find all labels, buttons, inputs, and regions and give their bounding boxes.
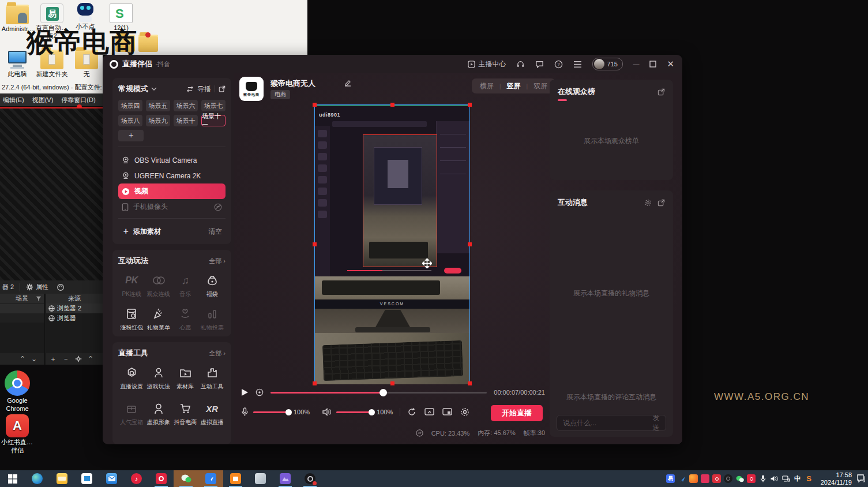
- progress-knob[interactable]: [379, 389, 387, 396]
- mic-icon[interactable]: [241, 407, 249, 417]
- tray-pointer-icon[interactable]: [678, 474, 686, 483]
- director-mode-button[interactable]: 导播: [197, 84, 211, 94]
- tray-yi-icon[interactable]: 易: [666, 474, 675, 483]
- tray-red-app-icon[interactable]: [701, 474, 709, 483]
- action-center-icon[interactable]: [856, 474, 866, 483]
- tool-interact-tools[interactable]: 互动工具: [199, 366, 226, 391]
- desktop-icon-folder-partial[interactable]: [138, 35, 158, 52]
- move-down-icon[interactable]: ⌄: [31, 355, 37, 363]
- tray-fox-icon[interactable]: [689, 474, 698, 483]
- tray-network-icon[interactable]: [781, 474, 790, 483]
- scene-chip[interactable]: 场景九: [146, 115, 170, 126]
- popout-icon[interactable]: [657, 88, 665, 96]
- scene-chip[interactable]: 场景七: [201, 100, 226, 111]
- headset-icon[interactable]: [516, 60, 525, 69]
- tray-live-companion-icon[interactable]: [747, 474, 756, 483]
- speaker-icon[interactable]: [322, 408, 332, 416]
- taskbar-netease-music[interactable]: ♪: [124, 470, 149, 487]
- obs-menu-view[interactable]: 视图(V): [32, 96, 54, 104]
- feedback-chat-icon[interactable]: [535, 60, 544, 69]
- obs-menu-edit[interactable]: 编辑(E): [3, 96, 24, 104]
- taskbar-obs[interactable]: [298, 470, 322, 487]
- mic-volume-slider[interactable]: [253, 411, 289, 413]
- tray-douyin-cam-icon[interactable]: [712, 474, 721, 483]
- remove-source-icon[interactable]: －: [62, 354, 69, 364]
- source-row-video-selected[interactable]: 视频: [118, 183, 226, 199]
- tray-ime-icon[interactable]: 中: [793, 474, 802, 483]
- scene-chip[interactable]: 场景四: [118, 100, 142, 111]
- resize-handle-e[interactable]: [468, 242, 472, 246]
- tools-all-link[interactable]: 全部 ›: [209, 349, 226, 358]
- obs-menu-docks[interactable]: 停靠窗口(D): [61, 96, 95, 104]
- interact-audience-link[interactable]: 观众连线: [145, 274, 172, 298]
- chat-input[interactable]: [563, 419, 652, 427]
- resize-handle-n[interactable]: [390, 103, 394, 107]
- eye-off-icon[interactable]: [214, 203, 222, 211]
- gear-icon[interactable]: [460, 407, 469, 417]
- tool-game-play[interactable]: 游戏玩法: [145, 366, 172, 391]
- taskbar-notes[interactable]: [248, 470, 273, 487]
- video-preview-canvas[interactable]: udi8901 VESCOM: [314, 104, 470, 384]
- progress-bar[interactable]: [270, 392, 487, 394]
- screen-share-icon[interactable]: [424, 408, 434, 416]
- tool-material-library[interactable]: 素材库: [172, 366, 199, 391]
- tab-landscape[interactable]: 横屏: [474, 81, 499, 91]
- scene-chip[interactable]: 场景五: [146, 100, 170, 111]
- obs-scene-row[interactable]: [0, 313, 44, 323]
- viewer-count-badge[interactable]: 715: [592, 58, 622, 70]
- filters-icon[interactable]: [57, 283, 65, 291]
- edit-title-icon[interactable]: [344, 79, 352, 87]
- tool-live-settings[interactable]: 直播设置: [118, 366, 145, 391]
- gear-icon[interactable]: [644, 199, 652, 207]
- resize-handle-nw[interactable]: [313, 103, 317, 107]
- tray-s-icon[interactable]: S: [805, 474, 813, 483]
- tool-popularity-box[interactable]: 人气宝箱: [118, 402, 145, 426]
- resize-handle-s[interactable]: [390, 381, 394, 385]
- tool-douyin-ecommerce[interactable]: 抖音电商: [172, 402, 199, 426]
- anchor-center-button[interactable]: 主播中心: [468, 59, 506, 69]
- source-row-obs-virtual-camera[interactable]: OBS Virtual Camera: [118, 152, 226, 168]
- speaker-volume-knob[interactable]: [369, 409, 375, 415]
- taskbar-purple-app[interactable]: [273, 470, 298, 487]
- source-row-ugreen-camera[interactable]: UGREEN Camera 2K: [118, 168, 226, 183]
- taskbar-orange-cam[interactable]: [223, 470, 248, 487]
- add-source-icon[interactable]: ＋: [50, 354, 57, 364]
- start-button[interactable]: [0, 470, 25, 487]
- interact-lucky-bag[interactable]: 福袋: [199, 274, 226, 298]
- obs-scene-row[interactable]: [0, 304, 44, 313]
- scene-chip[interactable]: 场景六: [174, 100, 198, 111]
- popout-icon[interactable]: [219, 85, 226, 92]
- add-scene-button[interactable]: ＋: [118, 130, 144, 141]
- maximize-button[interactable]: [649, 61, 656, 68]
- filter-funnel-icon[interactable]: [36, 296, 42, 302]
- taskbar-store[interactable]: [74, 470, 99, 487]
- clear-button[interactable]: 清空: [208, 227, 222, 237]
- tool-virtual-avatar[interactable]: 虚拟形象: [145, 402, 172, 426]
- interact-all-link[interactable]: 全部 ›: [209, 257, 226, 265]
- taskbar-clock[interactable]: 17:58 2024/11/19: [821, 471, 852, 486]
- resize-handle-se[interactable]: [468, 381, 472, 385]
- tab-portrait-active[interactable]: 竖屏: [501, 81, 527, 91]
- minimize-button[interactable]: ─: [633, 59, 640, 69]
- mic-volume-knob[interactable]: [285, 409, 292, 415]
- taskbar-edge[interactable]: [25, 470, 50, 487]
- loop-record-icon[interactable]: [255, 388, 264, 396]
- popout-icon[interactable]: [657, 199, 665, 207]
- scene-chip[interactable]: 场景八: [118, 115, 142, 126]
- taskbar-wechat[interactable]: [174, 470, 198, 487]
- taskbar-live-companion[interactable]: [149, 470, 174, 487]
- resize-handle-w[interactable]: [313, 242, 317, 246]
- interact-gift-menu[interactable]: 礼物菜单: [145, 308, 172, 332]
- obs-properties-button[interactable]: 属性: [36, 283, 48, 291]
- mode-selector[interactable]: 常规模式: [118, 84, 148, 94]
- interact-music[interactable]: ♫音乐: [172, 274, 199, 298]
- refresh-icon[interactable]: [407, 407, 416, 417]
- tray-wechat-icon[interactable]: [735, 474, 744, 483]
- taskbar-mail[interactable]: [99, 470, 124, 487]
- source-row-phone-camera[interactable]: 手机摄像头: [118, 199, 226, 215]
- menu-icon[interactable]: [573, 61, 582, 68]
- taskbar-blue-app[interactable]: [198, 470, 223, 487]
- tray-obs-icon[interactable]: [724, 474, 732, 483]
- add-material-button[interactable]: 添加素材: [133, 227, 161, 237]
- play-button[interactable]: [241, 388, 249, 396]
